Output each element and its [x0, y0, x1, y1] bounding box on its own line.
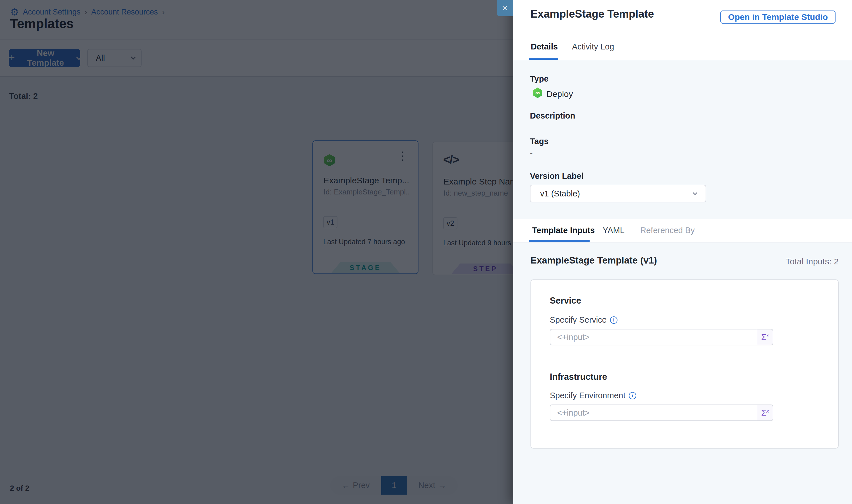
info-icon[interactable]: i [629, 392, 636, 399]
runtime-input-sigma-button[interactable]: Σx [757, 404, 773, 421]
environment-input-row: Σx [550, 404, 773, 421]
template-inputs-panel: ExampleStage Template (v1) Total Inputs:… [513, 242, 852, 504]
service-input[interactable] [550, 329, 757, 345]
type-value: Deploy [546, 89, 573, 99]
subtabs-bar: Template Inputs YAML Referenced By [513, 219, 852, 242]
specify-environment-text: Specify Environment [550, 391, 626, 400]
deploy-type-icon: ∞ [533, 88, 542, 98]
open-template-studio-button[interactable]: Open in Template Studio [720, 11, 835, 23]
inputs-card: Service Specify Service i Σx Infrastruct… [530, 280, 839, 449]
tab-activity-log[interactable]: Activity Log [572, 42, 614, 51]
details-panel: Type ∞ Deploy Description Tags - Version… [513, 60, 852, 219]
close-icon[interactable]: × [497, 0, 513, 16]
tab-details[interactable]: Details [531, 42, 558, 51]
active-tab-underline [529, 58, 558, 60]
version-select[interactable]: v1 (Stable) [530, 185, 706, 202]
specify-service-label: Specify Service i [550, 315, 617, 325]
inputs-heading: ExampleStage Template (v1) [530, 255, 657, 266]
sigma-sup: x [766, 333, 769, 339]
tags-label: Tags [530, 137, 549, 146]
infrastructure-section-title: Infrastructure [550, 372, 607, 382]
template-details-drawer: × ExampleStage Template Open in Template… [513, 0, 852, 504]
tab-template-inputs[interactable]: Template Inputs [532, 226, 595, 235]
templates-page: ⚙ Account Settings › Account Resources ›… [0, 0, 852, 504]
sigma-icon: Σ [761, 408, 766, 418]
drawer-scrim[interactable] [0, 0, 513, 504]
version-label: Version Label [530, 172, 584, 181]
specify-service-text: Specify Service [550, 315, 607, 325]
sigma-sup: x [766, 409, 769, 414]
type-label: Type [530, 74, 549, 84]
info-icon[interactable]: i [610, 317, 617, 324]
drawer-title: ExampleStage Template [530, 8, 654, 20]
service-input-row: Σx [550, 329, 773, 345]
specify-environment-label: Specify Environment i [550, 391, 636, 400]
description-label: Description [530, 111, 575, 121]
infinity-icon: ∞ [535, 90, 540, 96]
active-subtab-underline [529, 240, 590, 242]
environment-input[interactable] [550, 404, 757, 421]
runtime-input-sigma-button[interactable]: Σx [757, 329, 773, 345]
chevron-down-icon [692, 191, 697, 195]
sigma-icon: Σ [761, 332, 766, 342]
version-select-value: v1 (Stable) [540, 189, 580, 198]
tab-referenced-by[interactable]: Referenced By [640, 226, 695, 235]
tags-value: - [530, 149, 533, 158]
tab-yaml[interactable]: YAML [603, 226, 624, 235]
inputs-total: Total Inputs: 2 [785, 257, 839, 266]
service-section-title: Service [550, 295, 581, 306]
